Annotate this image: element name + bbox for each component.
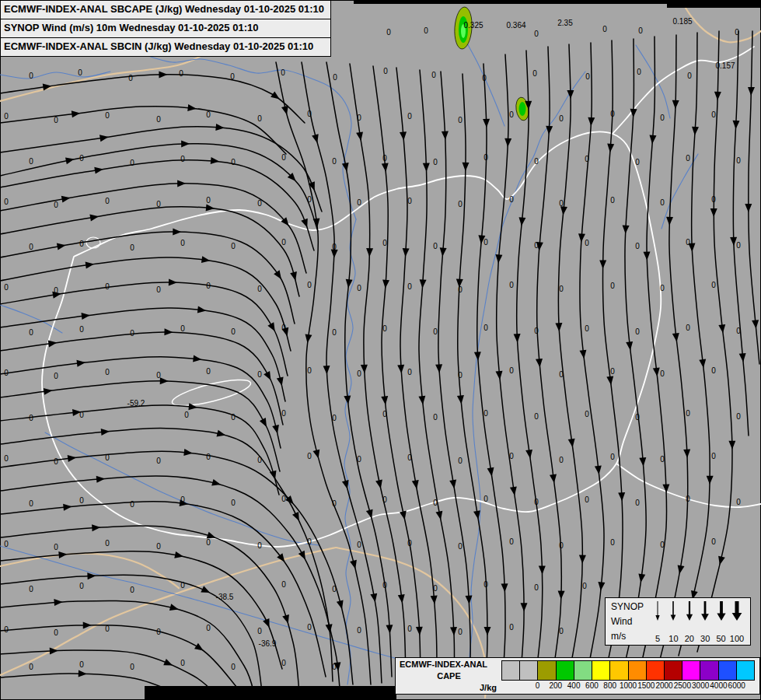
wind-speed-value: 5 — [650, 634, 665, 643]
colorbar-tick: 0 — [536, 681, 540, 690]
colorbar-unit: J/kg — [400, 683, 498, 692]
title-line-sbcin: ECMWF-INDEX-ANAL SBCIN (J/kg) Wednesday … — [1, 37, 330, 56]
map-mask-bottom — [145, 686, 396, 700]
colorbar-tick: 800 — [603, 681, 616, 690]
colorbar-cell — [592, 661, 610, 680]
colorbar-cell — [700, 661, 718, 680]
colorbar-ticks: 0200400600800100015002000250030004000600… — [501, 681, 755, 691]
colorbar-cell — [629, 661, 647, 680]
wind-speed-value: 30 — [697, 634, 713, 643]
title-bar: ECMWF-INDEX-ANAL SBCAPE (J/kg) Wednesday… — [0, 0, 331, 57]
colorbar-tick: 1500 — [637, 681, 655, 690]
colorbar-tick: 2500 — [674, 681, 691, 690]
colorbar-cell — [538, 661, 556, 680]
wind-legend-scale: 510203050100 — [648, 598, 750, 645]
colorbar-tick: 3000 — [692, 681, 709, 690]
colorbar-cell — [557, 661, 574, 680]
colorbar-tick: 400 — [567, 681, 581, 690]
title-line-wind: SYNOP Wind (m/s) 10m Wednesday 01-10-202… — [1, 19, 330, 37]
colorbar-tick: 1000 — [620, 681, 637, 690]
wind-arrow-icons — [650, 600, 745, 622]
wind-legend-title: SYNOP — [611, 601, 648, 612]
map-frame-top-right — [667, 0, 761, 8]
down-arrow-icon — [665, 600, 681, 622]
colorbar-cell — [502, 661, 520, 680]
weather-map: 0000000000000000000000000000000000000000… — [0, 0, 761, 700]
map-graphics — [0, 0, 761, 700]
colorbar-tick: 2000 — [655, 681, 672, 690]
colorbar-cell — [610, 661, 628, 680]
colorbar-cell — [682, 661, 700, 680]
wind-legend-subtitle: Wind — [611, 616, 648, 627]
colorbar-cell — [574, 661, 592, 680]
colorbar-tick: 600 — [585, 681, 599, 690]
colorbar-cell — [719, 661, 737, 680]
wind-speed-value: 50 — [714, 634, 729, 643]
colorbar-cell — [737, 661, 754, 680]
coastline-borders — [0, 0, 761, 698]
colorbar-tick: 200 — [550, 681, 563, 690]
down-arrow-icon — [714, 600, 729, 622]
colorbar-label-block: ECMWF-INDEX-ANAL CAPE J/kg — [396, 658, 501, 694]
wind-speed-value: 20 — [682, 634, 697, 643]
wind-speed-value: 100 — [729, 634, 745, 643]
colorbar-tick: 4000 — [710, 681, 727, 690]
down-arrow-icon — [682, 600, 697, 622]
wind-legend-unit: m/s — [611, 631, 648, 642]
wind-legend: SYNOP Wind m/s 510203050100 — [605, 597, 751, 646]
wind-speed-value: 10 — [665, 634, 681, 643]
colorbar-cell — [665, 661, 682, 680]
down-arrow-icon — [697, 600, 713, 622]
colorbar-scale: 0200400600800100015002000250030004000600… — [501, 658, 759, 694]
colorbar-cell — [520, 661, 538, 680]
colorbar-cells — [501, 660, 755, 681]
down-arrow-icon — [650, 600, 665, 622]
colorbar-title: ECMWF-INDEX-ANAL — [400, 660, 498, 669]
cape-spots — [453, 6, 530, 121]
colorbar-tick: 6000 — [728, 681, 745, 690]
colorbar-cell — [647, 661, 665, 680]
title-line-sbcape: ECMWF-INDEX-ANAL SBCAPE (J/kg) Wednesday… — [1, 1, 330, 19]
cape-colorbar: ECMWF-INDEX-ANAL CAPE J/kg 0200400600800… — [395, 657, 760, 695]
down-arrow-icon — [729, 600, 745, 622]
wind-legend-labels: SYNOP Wind m/s — [606, 598, 648, 645]
country-borders — [42, 47, 761, 547]
wind-speed-labels: 510203050100 — [650, 634, 745, 643]
colorbar-parameter: CAPE — [400, 671, 498, 681]
